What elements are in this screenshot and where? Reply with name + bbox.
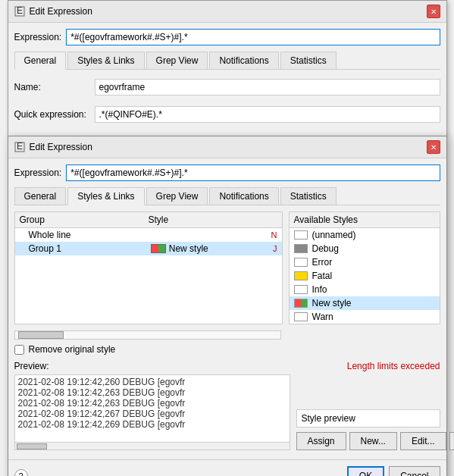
- remove-style-row: Remove original style: [14, 344, 440, 355]
- dialog1-close-button[interactable]: ✕: [427, 5, 440, 18]
- preview-line: 2021-02-08 19:12:42,269 DEBUG [egovfr: [18, 419, 286, 430]
- preview-line: 2021-02-08 19:12:42,260 DEBUG [egovfr: [18, 377, 286, 387]
- preview-line: 2021-02-08 19:12:42,263 DEBUG [egovfr: [18, 387, 286, 398]
- preview-line: 2021-02-08 19:12:42,267 DEBUG [egovfr: [18, 409, 286, 419]
- dialog2-tab-notifications[interactable]: Notifications: [209, 187, 278, 205]
- new-button[interactable]: New...: [349, 432, 397, 450]
- dialog1-quick-input[interactable]: [95, 106, 440, 123]
- dialog1: E Edit Expression ✕ Expression: General …: [8, 0, 447, 137]
- dialog2-tab-statistics[interactable]: Statistics: [280, 187, 337, 205]
- list-item[interactable]: Fatal: [290, 269, 440, 283]
- avail-style-new: New style: [312, 298, 352, 308]
- remove-style-checkbox[interactable]: [14, 345, 24, 355]
- dialog2-tab-grepview[interactable]: Grep View: [146, 187, 208, 205]
- style-preview-box: Style preview: [296, 409, 440, 427]
- dialog2-titlebar: E Edit Expression ✕: [8, 136, 446, 158]
- dialog1-tab-styles[interactable]: Styles & Links: [67, 52, 144, 69]
- table-row[interactable]: Whole line N: [15, 228, 282, 242]
- list-item[interactable]: Debug: [290, 242, 440, 255]
- svg-text:E: E: [16, 142, 22, 152]
- dialog2-tab-styles[interactable]: Styles & Links: [67, 187, 144, 205]
- dialog2-title: Edit Expression: [30, 142, 92, 152]
- preview-line: 2021-02-08 19:12:42,263 DEBUG [egovfr: [18, 398, 286, 409]
- row2-group: Group 1: [20, 243, 151, 254]
- edit-button[interactable]: Edit...: [400, 432, 446, 450]
- row1-extra: N: [271, 230, 277, 240]
- dialog1-quick-label: Quick expression:: [14, 109, 90, 120]
- style-preview-label: Style preview: [302, 413, 355, 424]
- group-col-header: Group: [20, 215, 149, 225]
- avail-style-fatal: Fatal: [312, 271, 333, 281]
- dialog1-tabs: General Styles & Links Grep View Notific…: [14, 52, 440, 70]
- svg-text:E: E: [16, 6, 22, 16]
- dialog1-title: Edit Expression: [30, 6, 92, 17]
- dialog2-close-button[interactable]: ✕: [427, 140, 440, 154]
- row1-group: Whole line: [20, 230, 150, 240]
- avail-style-info: Info: [312, 284, 327, 295]
- dialog2-tab-general[interactable]: General: [14, 187, 67, 205]
- dialog1-tab-general[interactable]: General: [14, 52, 67, 70]
- dialog1-titlebar: E Edit Expression ✕: [8, 1, 446, 23]
- styles-scrollbar[interactable]: [14, 330, 281, 340]
- dialog2-expression-label: Expression:: [14, 168, 62, 178]
- dialog1-expression-label: Expression:: [14, 32, 62, 42]
- dialog1-name-label: Name:: [14, 82, 90, 92]
- preview-box: 2021-02-08 19:12:42,260 DEBUG [egovfr 20…: [14, 374, 290, 443]
- dialog1-expression-input[interactable]: [66, 29, 440, 45]
- dialog1-name-input[interactable]: [95, 79, 440, 96]
- available-styles-title: Available Styles: [290, 212, 440, 228]
- list-item[interactable]: New style: [290, 296, 440, 310]
- avail-style-debug: Debug: [312, 243, 339, 254]
- dialog1-tab-grepview[interactable]: Grep View: [146, 52, 208, 69]
- cancel-button[interactable]: Cancel: [389, 466, 440, 476]
- list-item[interactable]: (unnamed): [290, 228, 440, 242]
- assign-button[interactable]: Assign: [296, 432, 346, 450]
- row2-extra: J: [273, 244, 277, 253]
- dialog2-title-icon: E: [14, 142, 25, 152]
- style-col-header: Style: [149, 215, 277, 225]
- delete-button[interactable]: Delete: [449, 432, 454, 450]
- avail-style-error: Error: [312, 257, 333, 268]
- action-buttons: Assign New... Edit... Delete: [296, 432, 440, 450]
- preview-label: Preview:: [14, 361, 49, 371]
- remove-style-label: Remove original style: [29, 344, 116, 355]
- list-item[interactable]: Warn: [290, 310, 440, 324]
- avail-style-warn: Warn: [312, 312, 333, 322]
- dialog1-title-icon: E: [14, 6, 25, 17]
- dialog2: E Edit Expression ✕ Expression: General …: [8, 136, 447, 476]
- dialog1-tab-notifications[interactable]: Notifications: [209, 52, 278, 69]
- avail-style-unnamed: (unnamed): [312, 230, 356, 240]
- list-item[interactable]: Info: [290, 283, 440, 296]
- dialog2-expression-input[interactable]: [66, 164, 440, 181]
- dialog2-tabs: General Styles & Links Grep View Notific…: [14, 187, 440, 205]
- preview-scrollbar[interactable]: [14, 443, 290, 450]
- length-limits-label: Length limits exceeded: [347, 361, 440, 371]
- bottom-bar: ? OK Cancel: [8, 459, 446, 476]
- table-row[interactable]: Group 1 New style J: [15, 242, 282, 255]
- list-item[interactable]: Error: [290, 255, 440, 269]
- help-button[interactable]: ?: [14, 469, 28, 476]
- row2-style: New style: [151, 243, 273, 254]
- ok-button[interactable]: OK: [347, 466, 384, 476]
- dialog1-tab-statistics[interactable]: Statistics: [280, 52, 337, 69]
